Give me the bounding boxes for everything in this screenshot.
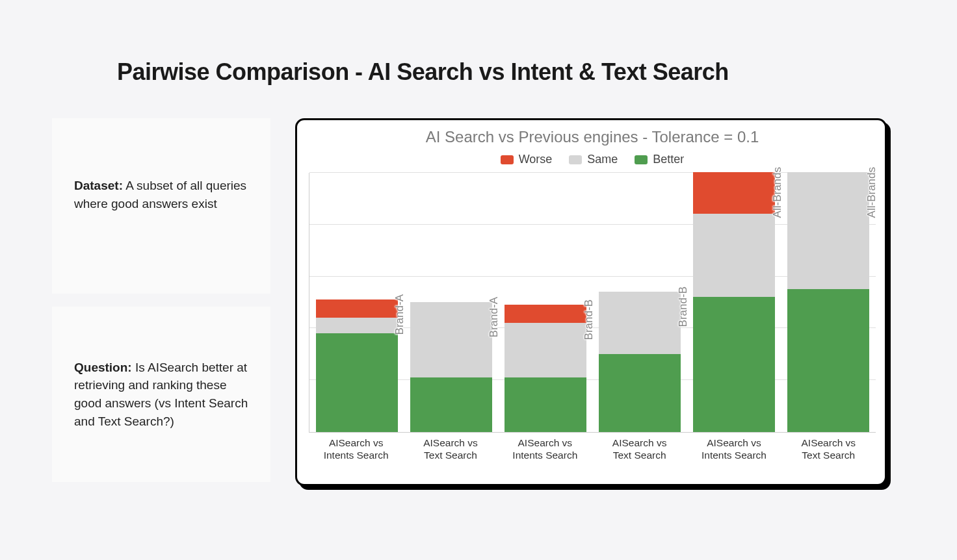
dataset-card: Dataset: A subset of all queries where g… xyxy=(52,118,270,294)
left-column: Dataset: A subset of all queries where g… xyxy=(52,118,270,482)
bar-stack: All-Brands xyxy=(693,172,775,432)
legend-item-worse: Worse xyxy=(501,153,553,166)
bars-container: Brand-ABrand-ABrand-BBrand-BAll-BrandsAl… xyxy=(309,173,876,432)
chart-card: AI Search vs Previous engines - Toleranc… xyxy=(295,118,887,486)
bar-slot: Brand-A xyxy=(409,302,493,432)
x-axis-label: AISearch vsIntents Search xyxy=(692,437,776,462)
content-row: Dataset: A subset of all queries where g… xyxy=(52,118,905,486)
bar-slot: All-Brands xyxy=(786,172,871,432)
bar-slot: Brand-B xyxy=(597,292,682,432)
bar-slot: Brand-B xyxy=(503,305,588,432)
legend-item-same: Same xyxy=(569,153,618,166)
bar-segment-same xyxy=(316,318,398,333)
bar-stack: Brand-B xyxy=(599,292,681,432)
legend-label-better: Better xyxy=(653,153,684,166)
bar-segment-same xyxy=(505,323,586,377)
bar-stack: Brand-B xyxy=(505,305,586,432)
legend-item-better: Better xyxy=(635,153,684,166)
bar-segment-same xyxy=(599,292,681,354)
bar-slot: All-Brands xyxy=(692,172,776,432)
bar-segment-better xyxy=(693,297,775,432)
bar-segment-worse xyxy=(693,172,775,214)
bar-segment-better xyxy=(505,377,586,432)
swatch-same xyxy=(569,155,582,164)
dataset-label: Dataset: xyxy=(74,179,123,192)
bar-stack: Brand-A xyxy=(316,299,398,432)
question-card: Question: Is AISearch better at retrievi… xyxy=(52,307,270,482)
swatch-better xyxy=(635,155,648,164)
bar-segment-worse xyxy=(316,299,398,318)
plot-area: Brand-ABrand-ABrand-BBrand-BAll-BrandsAl… xyxy=(309,173,876,433)
x-axis-label: AISearch vsText Search xyxy=(786,437,871,462)
bar-segment-worse xyxy=(505,305,586,323)
x-axis-label: AISearch vsText Search xyxy=(408,437,493,462)
bar-stack: Brand-A xyxy=(410,302,492,432)
x-axis-label: AISearch vsText Search xyxy=(597,437,682,462)
x-axis-label: AISearch vsIntents Search xyxy=(503,437,587,462)
x-axis-label: AISearch vsIntents Search xyxy=(314,437,399,462)
bar-segment-better xyxy=(599,354,681,432)
legend-label-same: Same xyxy=(587,153,618,166)
chart-title: AI Search vs Previous engines - Toleranc… xyxy=(309,128,876,146)
bar-segment-better xyxy=(316,333,398,432)
chart-legend: Worse Same Better xyxy=(309,153,876,166)
bar-segment-better xyxy=(410,377,492,432)
legend-label-worse: Worse xyxy=(519,153,553,166)
bar-segment-same xyxy=(787,172,869,289)
x-axis-labels: AISearch vsIntents SearchAISearch vsText… xyxy=(309,437,876,462)
question-label: Question: xyxy=(74,361,132,374)
bar-stack: All-Brands xyxy=(787,172,869,432)
bar-slot: Brand-A xyxy=(315,299,399,432)
bar-segment-same xyxy=(410,302,492,377)
page-title: Pairwise Comparison - AI Search vs Inten… xyxy=(117,58,905,86)
bar-segment-better xyxy=(787,289,869,432)
bar-segment-same xyxy=(693,214,775,297)
swatch-worse xyxy=(501,155,514,164)
